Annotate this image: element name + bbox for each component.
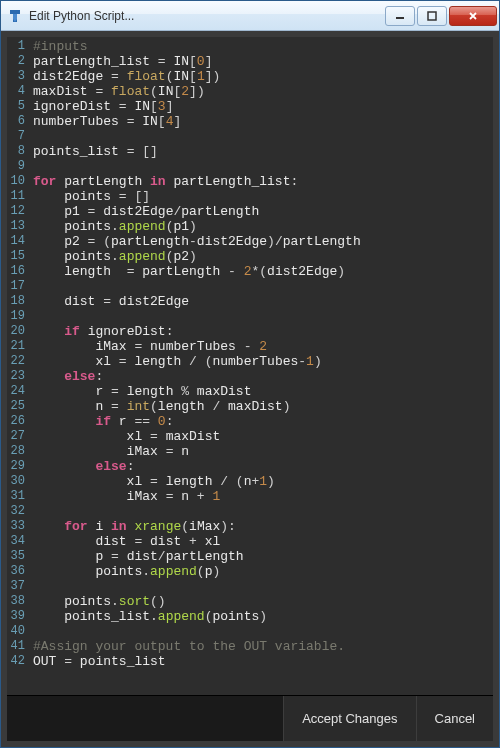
code-line[interactable] [33, 159, 489, 174]
code-line[interactable]: points.append(p2) [33, 249, 489, 264]
code-line[interactable]: points.append(p1) [33, 219, 489, 234]
line-number: 26 [9, 414, 25, 429]
window-controls [385, 6, 497, 26]
code-line[interactable]: #Assign your output to the OUT variable. [33, 639, 489, 654]
code-line[interactable] [33, 504, 489, 519]
code-line[interactable]: else: [33, 459, 489, 474]
line-number: 11 [9, 189, 25, 204]
line-number: 40 [9, 624, 25, 639]
line-number: 17 [9, 279, 25, 294]
code-line[interactable]: points.sort() [33, 594, 489, 609]
code-line[interactable]: if r == 0: [33, 414, 489, 429]
line-number: 25 [9, 399, 25, 414]
code-line[interactable]: points.append(p) [33, 564, 489, 579]
line-number: 34 [9, 534, 25, 549]
code-line[interactable] [33, 624, 489, 639]
code-line[interactable]: length = partLength - 2*(dist2Edge) [33, 264, 489, 279]
code-line[interactable]: points_list = [] [33, 144, 489, 159]
code-line[interactable]: xl = maxDist [33, 429, 489, 444]
line-number: 23 [9, 369, 25, 384]
code-line[interactable]: points = [] [33, 189, 489, 204]
line-number: 41 [9, 639, 25, 654]
line-number: 21 [9, 339, 25, 354]
footer-bar: Accept Changes Cancel [7, 695, 493, 741]
line-number: 32 [9, 504, 25, 519]
line-number: 37 [9, 579, 25, 594]
line-number: 28 [9, 444, 25, 459]
code-line[interactable]: r = length % maxDist [33, 384, 489, 399]
line-number: 39 [9, 609, 25, 624]
line-number: 35 [9, 549, 25, 564]
code-line[interactable]: numberTubes = IN[4] [33, 114, 489, 129]
code-editor[interactable]: 1234567891011121314151617181920212223242… [7, 37, 493, 695]
code-line[interactable]: xl = length / (n+1) [33, 474, 489, 489]
code-line[interactable]: dist2Edge = float(IN[1]) [33, 69, 489, 84]
close-button[interactable] [449, 6, 497, 26]
code-content[interactable]: #inputspartLength_list = IN[0]dist2Edge … [29, 37, 493, 695]
line-number: 5 [9, 99, 25, 114]
line-number: 19 [9, 309, 25, 324]
line-gutter: 1234567891011121314151617181920212223242… [7, 37, 29, 695]
line-number: 13 [9, 219, 25, 234]
line-number: 31 [9, 489, 25, 504]
line-number: 12 [9, 204, 25, 219]
line-number: 4 [9, 84, 25, 99]
code-line[interactable]: xl = length / (numberTubes-1) [33, 354, 489, 369]
line-number: 38 [9, 594, 25, 609]
line-number: 27 [9, 429, 25, 444]
code-line[interactable]: points_list.append(points) [33, 609, 489, 624]
code-line[interactable]: n = int(length / maxDist) [33, 399, 489, 414]
app-icon [7, 8, 23, 24]
code-line[interactable]: p1 = dist2Edge/partLength [33, 204, 489, 219]
code-line[interactable]: iMax = n [33, 444, 489, 459]
code-line[interactable] [33, 279, 489, 294]
line-number: 20 [9, 324, 25, 339]
line-number: 1 [9, 39, 25, 54]
code-line[interactable]: p = dist/partLength [33, 549, 489, 564]
code-line[interactable]: partLength_list = IN[0] [33, 54, 489, 69]
editor-window: Edit Python Script... 123456789101112131… [0, 0, 500, 748]
code-line[interactable]: for partLength in partLength_list: [33, 174, 489, 189]
line-number: 24 [9, 384, 25, 399]
code-line[interactable]: dist = dist + xl [33, 534, 489, 549]
code-line[interactable]: dist = dist2Edge [33, 294, 489, 309]
line-number: 18 [9, 294, 25, 309]
line-number: 22 [9, 354, 25, 369]
svg-rect-1 [428, 12, 436, 20]
line-number: 42 [9, 654, 25, 669]
code-line[interactable]: if ignoreDist: [33, 324, 489, 339]
line-number: 33 [9, 519, 25, 534]
line-number: 2 [9, 54, 25, 69]
svg-rect-0 [396, 17, 404, 19]
editor-area: 1234567891011121314151617181920212223242… [1, 31, 499, 747]
code-line[interactable]: OUT = points_list [33, 654, 489, 669]
line-number: 6 [9, 114, 25, 129]
line-number: 10 [9, 174, 25, 189]
code-line[interactable] [33, 579, 489, 594]
line-number: 29 [9, 459, 25, 474]
line-number: 16 [9, 264, 25, 279]
code-line[interactable]: for i in xrange(iMax): [33, 519, 489, 534]
code-line[interactable] [33, 129, 489, 144]
code-line[interactable]: iMax = numberTubes - 2 [33, 339, 489, 354]
line-number: 36 [9, 564, 25, 579]
line-number: 9 [9, 159, 25, 174]
line-number: 15 [9, 249, 25, 264]
line-number: 30 [9, 474, 25, 489]
code-line[interactable]: maxDist = float(IN[2]) [33, 84, 489, 99]
code-line[interactable] [33, 309, 489, 324]
code-line[interactable]: else: [33, 369, 489, 384]
code-line[interactable]: #inputs [33, 39, 489, 54]
line-number: 8 [9, 144, 25, 159]
code-line[interactable]: iMax = n + 1 [33, 489, 489, 504]
line-number: 3 [9, 69, 25, 84]
window-title: Edit Python Script... [29, 9, 385, 23]
accept-button[interactable]: Accept Changes [283, 696, 415, 741]
titlebar[interactable]: Edit Python Script... [1, 1, 499, 31]
maximize-button[interactable] [417, 6, 447, 26]
code-line[interactable]: p2 = (partLength-dist2Edge)/partLength [33, 234, 489, 249]
code-line[interactable]: ignoreDist = IN[3] [33, 99, 489, 114]
line-number: 14 [9, 234, 25, 249]
minimize-button[interactable] [385, 6, 415, 26]
cancel-button[interactable]: Cancel [416, 696, 493, 741]
